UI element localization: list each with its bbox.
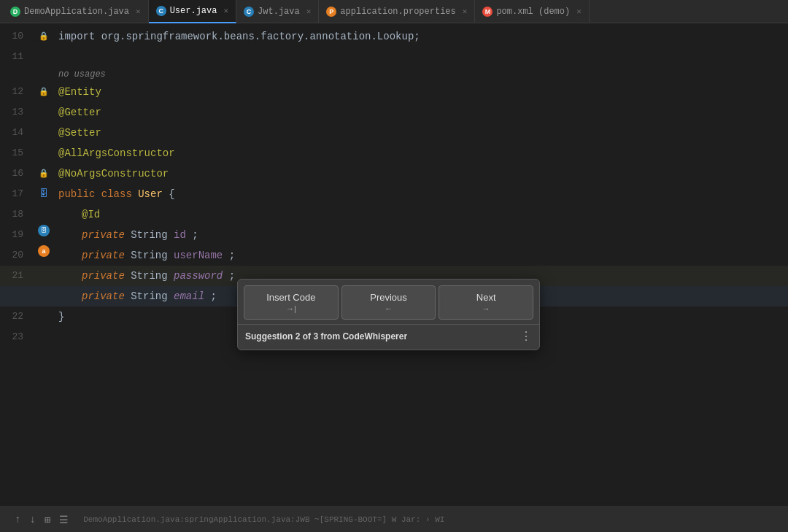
- codewhisperer-popup: Insert Code →| Previous ← Next → Suggest…: [237, 279, 540, 350]
- tab-icon-props: P: [326, 7, 336, 17]
- code-line-17: 17 🗄 public class User {: [0, 184, 788, 204]
- tab-icon-demo: D: [10, 7, 20, 17]
- code-line-18: 18 @Id: [0, 204, 788, 225]
- line-num-10: 10: [0, 26, 35, 47]
- popup-source: CodeWhisperer: [342, 331, 407, 342]
- popup-footer: Suggestion 2 of 3 from CodeWhisperer ⋮: [238, 324, 539, 350]
- bottom-toolbar: ↑ ↓ ⊞ ☰ DemoApplication.java:springAppli…: [0, 506, 788, 532]
- code-line-10: 10 🔒 import org.springframework.beans.fa…: [0, 26, 788, 47]
- circle-a-icon: a: [38, 245, 50, 257]
- line-content-17: public class User {: [53, 184, 788, 204]
- tab-close-demo[interactable]: ✕: [136, 7, 141, 16]
- gutter-20: a: [35, 245, 53, 257]
- popup-current: 2: [296, 331, 301, 342]
- lock-icon-12: 🔒: [39, 82, 49, 102]
- line-content-12: @Entity: [53, 82, 788, 102]
- line-num-14: 14: [0, 123, 35, 143]
- tab-icon-jwt: C: [244, 7, 254, 17]
- code-line-16: 16 🔒 @NoArgsConstructor: [0, 163, 788, 184]
- tab-label-pom: pom.xml (demo): [496, 7, 570, 17]
- tab-close-props[interactable]: ✕: [463, 7, 468, 16]
- line-num-12: 12: [0, 82, 35, 102]
- gutter-12: 🔒: [35, 82, 53, 102]
- previous-label: Previous: [370, 292, 407, 303]
- tab-label-demo: DemoApplication.java: [24, 7, 129, 17]
- next-label: Next: [476, 292, 496, 303]
- line-num-15: 15: [0, 143, 35, 163]
- tab-label-props: application.properties: [340, 7, 455, 17]
- tab-icon-pom: M: [482, 7, 492, 17]
- code-line-20: 20 a private String userName ;: [0, 245, 788, 266]
- popup-button-row: Insert Code →| Previous ← Next →: [238, 280, 539, 324]
- line-content-13: @Getter: [53, 102, 788, 123]
- gutter-16: 🔒: [35, 163, 53, 184]
- popup-total: 3: [313, 331, 318, 342]
- line-num-13: 13: [0, 102, 35, 123]
- tab-icon-user: C: [156, 6, 166, 16]
- line-content-10: import org.springframework.beans.factory…: [53, 26, 788, 47]
- previous-shortcut: ←: [385, 304, 393, 313]
- db-icon-17: 🗄: [39, 184, 48, 204]
- code-line-no-usages: no usages: [0, 67, 788, 82]
- toolbar-status-text: DemoApplication.java:springApplication.j…: [83, 515, 444, 524]
- toolbar-up-icon[interactable]: ↑: [15, 514, 20, 525]
- previous-button[interactable]: Previous ←: [341, 285, 436, 320]
- line-num-21: 21: [0, 266, 35, 286]
- next-shortcut: →: [482, 304, 490, 313]
- toolbar-grid-icon[interactable]: ⊞: [45, 514, 50, 526]
- line-num-17: 17: [0, 184, 35, 204]
- code-line-11: 11: [0, 47, 788, 67]
- line-content-19: private String id ;: [53, 225, 788, 245]
- tab-bar: D DemoApplication.java ✕ C User.java ✕ C…: [0, 0, 788, 23]
- line-content-nousages: no usages: [53, 67, 788, 82]
- line-num-23: 23: [0, 327, 35, 347]
- tab-demo-application[interactable]: D DemoApplication.java ✕: [3, 0, 149, 23]
- tab-close-user[interactable]: ✕: [223, 6, 228, 15]
- code-line-12: 12 🔒 @Entity: [0, 82, 788, 102]
- insert-code-shortcut: →|: [286, 304, 296, 313]
- toolbar-down-icon[interactable]: ↓: [29, 514, 35, 525]
- tab-close-jwt[interactable]: ✕: [306, 7, 312, 16]
- popup-suggestion-text: Suggestion 2 of 3 from CodeWhisperer: [245, 331, 407, 342]
- toolbar-list-icon[interactable]: ☰: [59, 514, 69, 526]
- tab-jwt-java[interactable]: C Jwt.java ✕: [236, 0, 319, 23]
- lock-icon-16: 🔒: [39, 163, 49, 184]
- gutter-17: 🗄: [35, 184, 53, 204]
- circle-db-icon: 🗄: [38, 225, 50, 236]
- line-content-16: @NoArgsConstructor: [53, 163, 788, 184]
- tab-close-pom[interactable]: ✕: [576, 7, 582, 16]
- line-num-11: 11: [0, 47, 35, 67]
- gutter-10: 🔒: [35, 26, 53, 47]
- code-line-14: 14 @Setter: [0, 123, 788, 143]
- line-num-22: 22: [0, 307, 35, 327]
- lock-icon-10: 🔒: [39, 26, 49, 47]
- insert-code-button[interactable]: Insert Code →|: [244, 285, 339, 320]
- tab-label-jwt: Jwt.java: [258, 7, 300, 17]
- insert-code-label: Insert Code: [266, 292, 315, 303]
- gutter-19: 🗄: [35, 225, 53, 236]
- code-line-15: 15 @AllArgsConstructor: [0, 143, 788, 163]
- line-num-18: 18: [0, 204, 35, 225]
- tab-user-java[interactable]: C User.java ✕: [149, 0, 236, 23]
- line-num-19: 19: [0, 225, 35, 245]
- next-button[interactable]: Next →: [439, 285, 533, 320]
- code-line-13: 13 @Getter: [0, 102, 788, 123]
- editor-area: 10 🔒 import org.springframework.beans.fa…: [0, 23, 788, 506]
- tab-pom-xml[interactable]: M pom.xml (demo) ✕: [475, 0, 589, 23]
- tab-application-properties[interactable]: P application.properties ✕: [319, 0, 475, 23]
- line-content-14: @Setter: [53, 123, 788, 143]
- line-num-16: 16: [0, 163, 35, 184]
- popup-menu-icon[interactable]: ⋮: [520, 329, 532, 344]
- line-num-20: 20: [0, 245, 35, 266]
- code-line-19: 19 🗄 private String id ;: [0, 225, 788, 245]
- line-content-20: private String userName ;: [53, 245, 788, 266]
- line-content-15: @AllArgsConstructor: [53, 143, 788, 163]
- tab-label-user: User.java: [170, 6, 217, 16]
- line-content-18: @Id: [53, 204, 788, 225]
